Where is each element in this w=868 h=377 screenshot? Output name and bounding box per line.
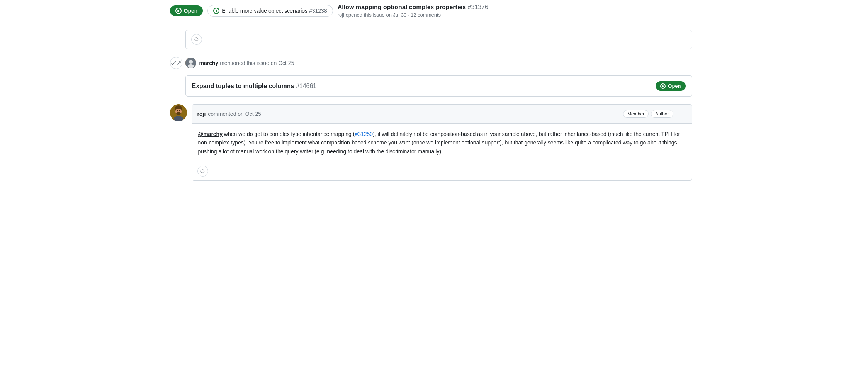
comment-emoji-button[interactable]: ☺ (197, 166, 208, 177)
comment-paragraph: @marchy when we do get to complex type i… (198, 130, 686, 156)
related-issue-tab[interactable]: Enable more value object scenarios #3123… (207, 5, 333, 17)
open-circle-icon (175, 8, 182, 14)
reply-icon (173, 60, 179, 66)
svg-point-1 (189, 60, 193, 64)
main-content: ☺ ↗ (164, 22, 705, 188)
referenced-issue-title: Expand tuples to multiple columns #14661 (192, 83, 317, 90)
comment-content: @marchy when we do get to complex type i… (192, 124, 692, 162)
top-comment-footer: ☺ (186, 30, 692, 49)
svg-point-7 (179, 110, 180, 111)
svg-point-6 (177, 110, 177, 111)
comment-date: commented on Oct 25 (208, 111, 261, 117)
ref-event-text: marchy mentioned this issue on Oct 25 (199, 60, 294, 66)
member-badge: Member (623, 110, 649, 118)
main-issue-title-area: Allow mapping optional complex propertie… (338, 4, 488, 18)
marchy-avatar (185, 58, 196, 68)
referenced-issue-open-badge[interactable]: Open (656, 81, 685, 91)
related-issue-icon (213, 8, 219, 14)
comment-header-right: Member Author ··· (623, 109, 686, 119)
ref-issue-open-label: Open (668, 83, 681, 89)
open-status-badge[interactable]: Open (170, 5, 203, 16)
roji-avatar-svg (170, 104, 187, 121)
main-comment-body: roji commented on Oct 25 Member Author ·… (192, 104, 692, 181)
svg-point-9 (176, 112, 181, 115)
crossref-icon-wrapper: ↗ (170, 57, 182, 69)
main-issue-title: Allow mapping optional complex propertie… (338, 4, 488, 11)
main-comment-wrapper: roji commented on Oct 25 Member Author ·… (170, 104, 692, 181)
main-issue-meta: roji opened this issue on Jul 30 · 12 co… (338, 12, 488, 18)
page-wrapper: Open Enable more value object scenarios … (164, 0, 705, 188)
svg-point-2 (188, 64, 194, 68)
related-issue-label: Enable more value object scenarios #3123… (222, 8, 327, 14)
referenced-issue-card: Expand tuples to multiple columns #14661… (185, 75, 692, 97)
comment-footer: ☺ (192, 162, 692, 180)
reference-event-line: ↗ marchy mentioned this issue on Oct 25 (170, 57, 692, 69)
more-options-button[interactable]: ··· (676, 109, 686, 119)
comment-author[interactable]: roji (197, 111, 206, 117)
comment-text1: when we do get to complex type inheritan… (223, 131, 355, 137)
issue-31250-link[interactable]: #31250 (355, 131, 373, 137)
open-badge-label: Open (184, 8, 198, 14)
roji-avatar (170, 104, 187, 121)
mention-marchy[interactable]: @marchy (198, 131, 223, 137)
ref-issue-open-icon (660, 83, 666, 89)
comment-header: roji commented on Oct 25 Member Author ·… (192, 105, 692, 124)
comment-header-left: roji commented on Oct 25 (197, 111, 262, 117)
author-badge: Author (651, 110, 673, 118)
top-comment-box: ☺ (185, 30, 692, 49)
ref-username[interactable]: marchy (199, 60, 219, 66)
timeline-area: ☺ ↗ (170, 30, 698, 181)
marchy-avatar-svg (185, 58, 196, 68)
top-bar: Open Enable more value object scenarios … (164, 0, 705, 22)
ref-action-text: mentioned this issue on Oct 25 (220, 60, 294, 66)
top-emoji-button[interactable]: ☺ (191, 34, 202, 45)
